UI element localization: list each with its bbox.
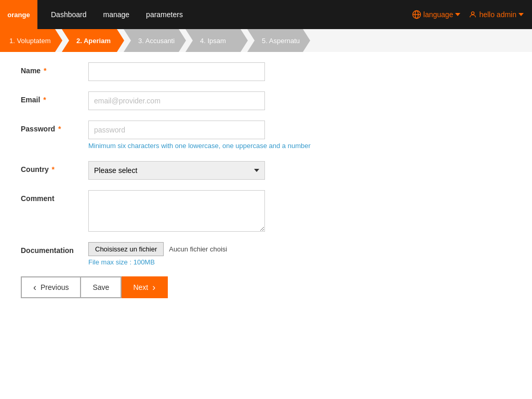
email-required: * bbox=[41, 96, 46, 104]
country-select[interactable]: Please select bbox=[88, 161, 265, 180]
password-label: Password * bbox=[21, 121, 88, 133]
password-input[interactable] bbox=[88, 121, 265, 139]
country-label: Country * bbox=[21, 161, 88, 174]
name-input[interactable] bbox=[88, 62, 265, 81]
comment-textarea[interactable] bbox=[88, 190, 265, 232]
svg-marker-5 bbox=[518, 13, 524, 16]
button-row: Previous Save Next bbox=[21, 276, 317, 298]
user-menu-button[interactable]: hello admin bbox=[469, 10, 524, 19]
brand-logo[interactable]: orange bbox=[0, 0, 37, 29]
file-choose-button[interactable]: Choisissez un fichier bbox=[88, 242, 164, 256]
wizard-step-3-label: 3. Accusanti bbox=[138, 37, 175, 45]
wizard-step-2-label: 2. Aperiam bbox=[76, 37, 111, 45]
next-label: Next bbox=[133, 283, 148, 291]
next-button[interactable]: Next bbox=[122, 276, 168, 298]
documentation-group: Documentation Choisissez un fichier Aucu… bbox=[21, 242, 317, 266]
navbar: orange Dashboard manage parameters langu… bbox=[0, 0, 532, 29]
lang-chevron-icon bbox=[455, 13, 460, 16]
name-field-wrapper bbox=[88, 62, 265, 81]
file-hint: File max size : 100MB bbox=[88, 258, 227, 266]
email-label: Email * bbox=[21, 91, 88, 104]
name-group: Name * bbox=[21, 62, 317, 81]
file-name-display: Aucun fichier choisi bbox=[169, 245, 227, 253]
save-button[interactable]: Save bbox=[81, 276, 122, 298]
language-label: language bbox=[423, 10, 454, 19]
user-label: hello admin bbox=[479, 10, 516, 19]
email-field-wrapper bbox=[88, 91, 265, 110]
prev-chevron-icon bbox=[33, 282, 37, 293]
password-hint: Minimum six characters with one lowercas… bbox=[88, 141, 311, 151]
comment-label: Comment bbox=[21, 190, 88, 203]
country-required: * bbox=[50, 165, 55, 174]
name-required: * bbox=[42, 66, 46, 75]
next-chevron-icon bbox=[151, 282, 155, 293]
language-button[interactable]: language bbox=[412, 10, 461, 19]
navbar-links: Dashboard manage parameters bbox=[37, 10, 412, 19]
password-group: Password * Minimum six characters with o… bbox=[21, 121, 317, 151]
country-field-wrapper: Please select bbox=[88, 161, 265, 180]
wizard-step-2[interactable]: 2. Aperiam bbox=[62, 29, 124, 52]
wizard-step-1-label: 1. Voluptatem bbox=[9, 37, 51, 45]
globe-icon bbox=[412, 10, 421, 19]
previous-button[interactable]: Previous bbox=[21, 276, 81, 298]
nav-dashboard[interactable]: Dashboard bbox=[43, 10, 95, 19]
navbar-right: language hello admin bbox=[412, 10, 524, 19]
brand-name: orange bbox=[7, 11, 30, 19]
nav-manage[interactable]: manage bbox=[95, 10, 138, 19]
documentation-label: Documentation bbox=[21, 242, 88, 255]
file-row: Choisissez un fichier Aucun fichier choi… bbox=[88, 242, 227, 256]
file-btn-label: Choisissez un fichier bbox=[95, 245, 157, 253]
comment-field-wrapper bbox=[88, 190, 265, 232]
comment-group: Comment bbox=[21, 190, 317, 232]
name-label: Name * bbox=[21, 62, 88, 75]
file-input-wrapper: Choisissez un fichier Aucun fichier choi… bbox=[88, 242, 227, 266]
wizard-step-5-label: 5. Aspernatu bbox=[262, 37, 300, 45]
password-field-wrapper: Minimum six characters with one lowercas… bbox=[88, 121, 311, 151]
wizard-bar: 1. Voluptatem 2. Aperiam 3. Accusanti 4.… bbox=[0, 29, 532, 52]
email-group: Email * bbox=[21, 91, 317, 110]
wizard-step-5[interactable]: 5. Aspernatu bbox=[247, 29, 310, 52]
wizard-step-4-label: 4. Ipsam bbox=[200, 37, 226, 45]
wizard-step-1[interactable]: 1. Voluptatem bbox=[0, 29, 62, 52]
password-required: * bbox=[56, 125, 61, 133]
user-icon bbox=[469, 10, 477, 19]
main-content: Name * Email * Password * Minimum six ch… bbox=[0, 52, 338, 309]
svg-marker-3 bbox=[455, 13, 460, 16]
email-input[interactable] bbox=[88, 91, 265, 110]
user-chevron-icon bbox=[518, 13, 524, 16]
previous-label: Previous bbox=[41, 283, 69, 291]
wizard-step-3[interactable]: 3. Accusanti bbox=[124, 29, 186, 52]
nav-parameters[interactable]: parameters bbox=[138, 10, 191, 19]
country-group: Country * Please select bbox=[21, 161, 317, 180]
save-label: Save bbox=[92, 283, 109, 291]
svg-point-4 bbox=[472, 12, 474, 15]
wizard-step-4[interactable]: 4. Ipsam bbox=[185, 29, 248, 52]
